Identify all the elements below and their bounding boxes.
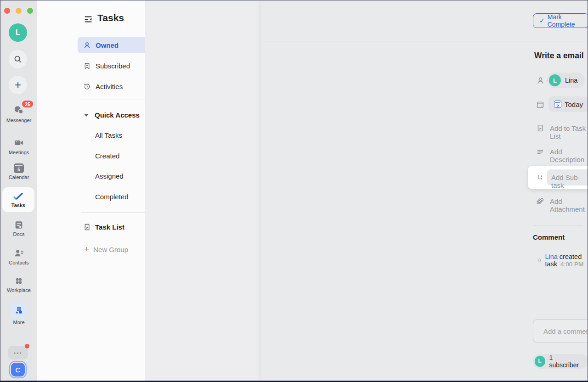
subscribed-label: Subscribed <box>96 62 130 70</box>
sidebar-title: Tasks <box>97 12 124 23</box>
task-list-panel: Owned List Kanban + New Task <box>145 0 261 381</box>
description-icon <box>536 148 544 156</box>
detail-task-title[interactable]: Write a email <box>534 51 584 61</box>
check-icon: ✓ <box>539 17 545 24</box>
more-label: More <box>13 320 24 325</box>
rail-item-messenger[interactable]: 25 Messenger <box>0 104 37 123</box>
subscriber-chip[interactable]: L 1 subscriber <box>533 354 588 369</box>
tasks-label: Tasks <box>11 202 25 208</box>
rail-overflow-button[interactable]: ··· <box>8 346 28 360</box>
activities-label: Activities <box>96 83 123 90</box>
sidebar-item-created[interactable]: Created <box>95 152 119 160</box>
bookmark-plus-icon <box>83 62 91 70</box>
chevron-down-icon <box>84 114 89 117</box>
today-calendar-icon: 5 <box>554 101 561 108</box>
search-button[interactable] <box>9 50 27 68</box>
search-icon <box>13 55 23 64</box>
sidebar-collapse-icon[interactable] <box>83 14 93 24</box>
app-rail: L + 25 Messenger <box>0 0 37 381</box>
activity-time: 4:00 PM <box>560 261 583 268</box>
subtask-tree-icon <box>536 174 544 181</box>
rail-item-docs[interactable]: Docs <box>0 220 37 237</box>
plus-icon: + <box>15 79 21 91</box>
rail-item-more[interactable]: More <box>0 303 37 325</box>
activity-user-link[interactable]: Lina <box>545 253 557 260</box>
paperclip-icon <box>536 197 544 205</box>
task-list-icon <box>536 124 544 132</box>
calendar-day-number: 5 <box>17 167 20 172</box>
messenger-icon: 25 <box>13 104 25 116</box>
app-window: L + 25 Messenger <box>0 0 588 382</box>
assignee-person-icon <box>536 76 545 85</box>
docs-label: Docs <box>13 231 24 237</box>
sidebar-item-all-tasks[interactable]: All Tasks <box>95 131 122 139</box>
subscriber-count-label: 1 subscriber <box>549 354 582 369</box>
divider <box>145 47 261 47</box>
rail-item-tasks-selected[interactable]: Tasks <box>2 187 34 212</box>
contacts-icon <box>14 248 24 258</box>
add-to-task-list-button[interactable]: Add to Task List <box>550 124 588 140</box>
task-list-label: Task List <box>95 223 124 231</box>
window-close-light[interactable] <box>4 8 10 14</box>
docs-icon <box>14 220 24 230</box>
person-icon <box>83 41 91 49</box>
add-subtask-button[interactable]: Add Sub-task <box>551 174 588 189</box>
notification-dot <box>25 344 29 348</box>
new-group-label: New Group <box>93 246 128 253</box>
comment-input[interactable]: Add a comment Aa @ <box>533 319 588 343</box>
rail-item-meetings[interactable]: Meetings <box>0 137 37 155</box>
mark-complete-button[interactable]: ✓ Mark Complete <box>533 13 588 28</box>
calendar-icon: 5 <box>14 163 24 173</box>
sidebar-item-completed[interactable]: Completed <box>95 193 129 201</box>
window-zoom-light[interactable] <box>27 8 33 14</box>
contacts-label: Contacts <box>9 260 28 265</box>
tasks-sidebar: Tasks ··· Owned 3 Subscribed Activit <box>37 0 145 381</box>
history-clock-icon <box>83 83 91 90</box>
assignee-name: Lina <box>565 77 577 84</box>
workplace-icon <box>14 276 24 286</box>
messenger-label: Messenger <box>6 118 31 123</box>
activity-dot-icon <box>538 258 541 262</box>
meetings-icon <box>13 137 24 148</box>
comment-placeholder: Add a comment <box>543 327 588 335</box>
org-profile-button[interactable]: C <box>11 363 25 376</box>
assignee-chip[interactable]: L Lina <box>547 73 585 88</box>
divider <box>261 41 588 41</box>
quick-access-label: Quick Access <box>95 111 140 119</box>
sidebar-new-group-button[interactable]: + New Group <box>84 244 128 254</box>
due-today-button[interactable]: 5 Today <box>548 96 588 112</box>
task-list-icon <box>83 223 91 231</box>
meetings-label: Meetings <box>9 150 29 155</box>
quick-create-button[interactable]: + <box>9 76 27 94</box>
activity-row: Lina created task 4:00 PM <box>538 253 588 268</box>
assignee-avatar: L <box>549 74 561 86</box>
subscriber-avatar: L <box>535 356 545 367</box>
rail-item-calendar[interactable]: 5 Calendar <box>0 163 37 180</box>
comment-heading: Comment <box>533 233 565 241</box>
rail-item-contacts[interactable]: Contacts <box>0 248 37 265</box>
messenger-badge: 25 <box>22 101 33 107</box>
calendar-label: Calendar <box>9 174 29 180</box>
divider <box>533 225 583 225</box>
task-detail-panel: ✓ Mark Complete ··· ✕ Write a email <box>261 0 588 381</box>
add-description-button[interactable]: Add Description <box>550 148 588 163</box>
mark-complete-label: Mark Complete <box>548 13 582 28</box>
due-date-calendar-icon <box>536 101 544 109</box>
plus-icon: + <box>84 244 89 254</box>
more-apps-icon <box>11 303 27 318</box>
user-avatar[interactable]: L <box>9 23 27 42</box>
sidebar-item-assigned[interactable]: Assigned <box>95 172 124 180</box>
tasks-check-icon <box>13 191 24 202</box>
add-attachment-button[interactable]: Add Attachment <box>550 197 588 213</box>
owned-label: Owned <box>96 41 119 49</box>
workplace-label: Workplace <box>7 287 31 293</box>
overflow-ellipsis-icon: ··· <box>14 349 22 357</box>
quick-access-header[interactable]: Quick Access <box>84 111 140 119</box>
window-minimize-light[interactable] <box>16 8 22 14</box>
today-label: Today <box>565 101 583 108</box>
rail-item-workplace[interactable]: Workplace <box>0 276 37 293</box>
